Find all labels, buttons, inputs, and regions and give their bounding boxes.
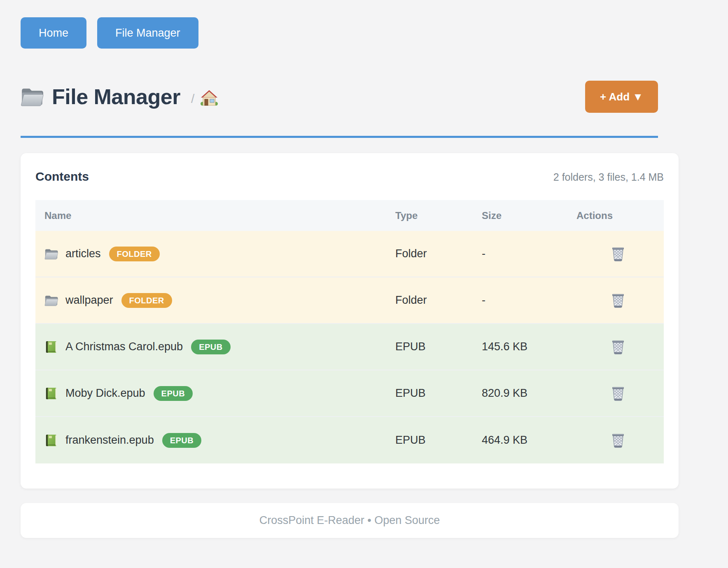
table-row[interactable]: A Christmas Carol.epub EPUB EPUB 145.6 K… — [35, 324, 664, 370]
delete-button[interactable] — [609, 291, 627, 310]
actions-cell — [572, 431, 664, 450]
file-name: frankenstein.epub — [65, 434, 154, 447]
delete-button[interactable] — [609, 338, 627, 356]
top-nav: Home File Manager — [21, 17, 198, 49]
trash-icon — [611, 246, 625, 262]
type-badge: EPUB — [162, 433, 202, 448]
add-button[interactable]: + Add ▼ — [585, 81, 658, 113]
green-book-icon — [44, 387, 58, 400]
name-cell: Moby Dick.epub EPUB — [35, 386, 391, 401]
card-header: Contents 2 folders, 3 files, 1.4 MB — [35, 170, 664, 184]
type-badge: FOLDER — [121, 293, 172, 308]
page-title: File Manager — [52, 84, 180, 109]
green-book-icon — [44, 434, 58, 447]
column-header-size: Size — [478, 210, 572, 221]
breadcrumb-separator: / — [191, 92, 194, 106]
file-name: A Christmas Carol.epub — [65, 340, 183, 353]
folder-icon — [44, 294, 58, 307]
trash-icon — [611, 339, 625, 355]
trash-icon — [611, 386, 625, 401]
type-cell: EPUB — [391, 340, 478, 353]
actions-cell — [572, 384, 664, 403]
file-table: Name Type Size Actions articles FOLDER F… — [35, 200, 664, 463]
house-icon[interactable] — [200, 90, 218, 107]
table-header-row: Name Type Size Actions — [35, 200, 664, 231]
footer-text: CrossPoint E-Reader • Open Source — [259, 514, 440, 527]
actions-cell — [572, 244, 664, 263]
column-header-actions: Actions — [572, 210, 664, 221]
type-badge: EPUB — [154, 386, 193, 401]
actions-cell — [572, 291, 664, 310]
delete-button[interactable] — [609, 431, 627, 450]
file-name: wallpaper — [65, 294, 113, 307]
green-book-icon — [44, 341, 58, 353]
column-header-name: Name — [35, 210, 391, 221]
size-cell: - — [478, 294, 572, 307]
nav-file-manager-button[interactable]: File Manager — [97, 17, 198, 49]
page-header: File Manager / + Add ▼ — [21, 81, 658, 113]
size-cell: 145.6 KB — [478, 340, 572, 353]
column-header-type: Type — [391, 210, 478, 221]
name-cell: A Christmas Carol.epub EPUB — [35, 340, 391, 354]
type-cell: EPUB — [391, 387, 478, 400]
delete-button[interactable] — [609, 244, 627, 263]
actions-cell — [572, 338, 664, 356]
table-row[interactable]: wallpaper FOLDER Folder - — [35, 277, 664, 324]
type-badge: FOLDER — [109, 247, 160, 261]
name-cell: frankenstein.epub EPUB — [35, 433, 391, 448]
size-cell: 464.9 KB — [478, 434, 572, 447]
type-badge: EPUB — [191, 340, 231, 354]
file-name: articles — [65, 247, 101, 260]
table-row[interactable]: articles FOLDER Folder - — [35, 231, 664, 277]
delete-button[interactable] — [609, 384, 627, 403]
folder-icon — [44, 248, 58, 260]
type-cell: Folder — [391, 294, 478, 307]
size-cell: 820.9 KB — [478, 387, 572, 400]
type-cell: EPUB — [391, 434, 478, 447]
type-cell: Folder — [391, 247, 478, 260]
file-name: Moby Dick.epub — [65, 387, 145, 400]
name-cell: wallpaper FOLDER — [35, 293, 391, 308]
trash-icon — [611, 293, 625, 308]
contents-card: Contents 2 folders, 3 files, 1.4 MB Name… — [21, 153, 679, 489]
table-body: articles FOLDER Folder - — [35, 231, 664, 463]
name-cell: articles FOLDER — [35, 247, 391, 261]
table-row[interactable]: frankenstein.epub EPUB EPUB 464.9 KB — [35, 417, 664, 463]
trash-icon — [611, 433, 625, 448]
table-row[interactable]: Moby Dick.epub EPUB EPUB 820.9 KB — [35, 370, 664, 417]
card-title: Contents — [35, 170, 89, 184]
nav-home-button[interactable]: Home — [21, 17, 86, 49]
folder-icon — [21, 86, 44, 107]
header-divider — [21, 136, 658, 138]
footer: CrossPoint E-Reader • Open Source — [21, 503, 679, 538]
contents-summary: 2 folders, 3 files, 1.4 MB — [553, 171, 664, 183]
size-cell: - — [478, 247, 572, 260]
